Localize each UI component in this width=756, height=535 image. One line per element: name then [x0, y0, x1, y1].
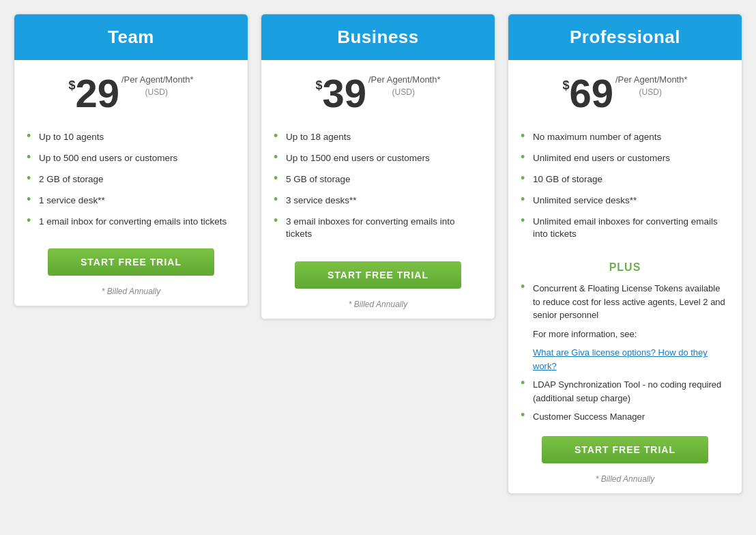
plus-bullet-0: Concurrent & Floating License Tokens ava… — [521, 279, 729, 325]
plan-features-team: Up to 10 agentsUp to 500 end users or cu… — [14, 120, 248, 242]
plus-link-2[interactable]: What are Giva license options? How do th… — [533, 347, 708, 371]
price-dollar-professional: $ — [562, 79, 569, 91]
price-dollar-business: $ — [315, 79, 322, 91]
price-per-block-team: /Per Agent/Month* (USD) — [119, 74, 194, 97]
billed-note-professional: * Billed Annually — [508, 469, 742, 493]
plan-card-business: Business $ 39 /Per Agent/Month* (USD) Up… — [261, 14, 495, 319]
plus-info-1: For more information, see: — [521, 325, 729, 344]
price-per-block-professional: /Per Agent/Month* (USD) — [613, 74, 688, 97]
feature-item-professional-1: Unlimited end users or customers — [521, 148, 729, 169]
plan-button-area-team: START FREE TRIAL — [14, 242, 248, 281]
plan-price-block-business: $ 39 /Per Agent/Month* (USD) — [261, 60, 495, 120]
feature-item-team-2: 2 GB of storage — [27, 169, 235, 190]
plan-features-business: Up to 18 agentsUp to 1500 end users or c… — [261, 120, 495, 255]
plan-price-row-business: $ 39 /Per Agent/Month* (USD) — [268, 74, 488, 113]
plan-title-team: Team — [108, 27, 154, 47]
price-usd-team: (USD) — [145, 87, 168, 97]
plan-price-row-professional: $ 69 /Per Agent/Month* (USD) — [515, 74, 735, 113]
feature-item-professional-2: 10 GB of storage — [521, 169, 729, 190]
start-trial-button-team[interactable]: START FREE TRIAL — [48, 248, 215, 276]
plus-bullet-4: Customer Success Manager — [521, 407, 729, 426]
price-per-block-business: /Per Agent/Month* (USD) — [366, 74, 441, 97]
billed-note-team: * Billed Annually — [14, 281, 248, 306]
price-number-professional: 69 — [569, 74, 613, 113]
plan-title-professional: Professional — [570, 27, 680, 47]
feature-item-team-4: 1 email inbox for converting emails into… — [27, 212, 235, 233]
plan-title-business: Business — [337, 27, 419, 47]
plus-section: PLUS — [508, 255, 742, 276]
price-number-team: 29 — [75, 74, 119, 113]
start-trial-button-business[interactable]: START FREE TRIAL — [295, 261, 462, 289]
pro-extra-section: Concurrent & Floating License Tokens ava… — [508, 276, 742, 429]
plus-link-container-2: What are Giva license options? How do th… — [521, 343, 729, 375]
plan-card-professional: Professional $ 69 /Per Agent/Month* (USD… — [508, 14, 742, 494]
plan-header-business: Business — [261, 14, 495, 60]
price-number-business: 39 — [322, 74, 366, 113]
feature-item-professional-3: Unlimited service desks** — [521, 190, 729, 212]
start-trial-button-professional[interactable]: START FREE TRIAL — [542, 436, 709, 463]
feature-item-team-1: Up to 500 end users or customers — [27, 148, 235, 169]
plan-button-area-professional: START FREE TRIAL — [508, 429, 742, 469]
feature-item-business-0: Up to 18 agents — [274, 127, 482, 148]
plus-bullet-3: LDAP Synchronization Tool - no coding re… — [521, 375, 729, 407]
feature-item-professional-4: Unlimited email inboxes for converting e… — [521, 212, 729, 246]
feature-item-professional-0: No maximum number of agents — [521, 127, 729, 148]
feature-item-business-1: Up to 1500 end users or customers — [274, 148, 482, 169]
plan-price-block-professional: $ 69 /Per Agent/Month* (USD) — [508, 60, 742, 120]
price-per-professional: /Per Agent/Month* — [615, 74, 688, 85]
price-per-business: /Per Agent/Month* — [368, 74, 441, 85]
feature-item-business-2: 5 GB of storage — [274, 169, 482, 190]
feature-item-team-0: Up to 10 agents — [27, 127, 235, 148]
plus-label: PLUS — [609, 261, 641, 273]
feature-item-team-3: 1 service desk** — [27, 190, 235, 212]
feature-item-business-4: 3 email inboxes for converting emails in… — [274, 212, 482, 246]
price-per-team: /Per Agent/Month* — [121, 74, 194, 85]
feature-item-business-3: 3 service desks** — [274, 190, 482, 212]
billed-note-business: * Billed Annually — [261, 294, 495, 319]
pricing-container: Team $ 29 /Per Agent/Month* (USD) Up to … — [14, 14, 742, 494]
price-usd-professional: (USD) — [639, 87, 662, 97]
plan-header-professional: Professional — [508, 14, 742, 60]
plan-button-area-business: START FREE TRIAL — [261, 255, 495, 294]
plan-features-professional: No maximum number of agentsUnlimited end… — [508, 120, 742, 255]
plan-price-block-team: $ 29 /Per Agent/Month* (USD) — [14, 60, 248, 120]
plan-header-team: Team — [14, 14, 248, 60]
plan-price-row-team: $ 29 /Per Agent/Month* (USD) — [21, 74, 241, 113]
price-dollar-team: $ — [68, 79, 75, 91]
price-usd-business: (USD) — [392, 87, 415, 97]
plan-card-team: Team $ 29 /Per Agent/Month* (USD) Up to … — [14, 14, 248, 306]
